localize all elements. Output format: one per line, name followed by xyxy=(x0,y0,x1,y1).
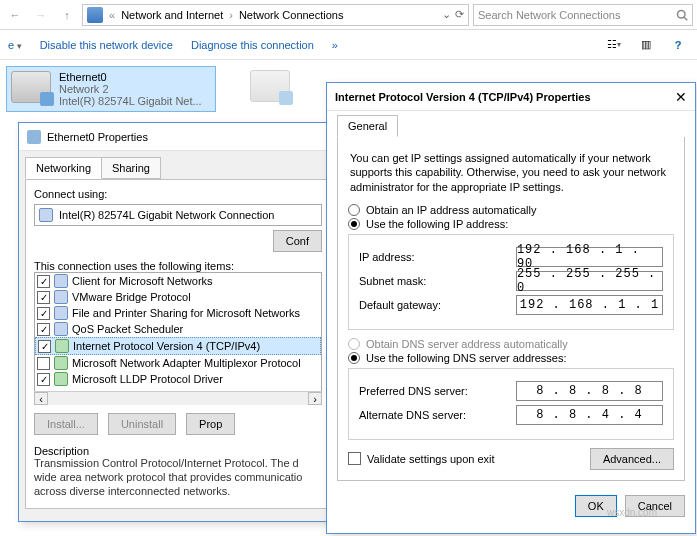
nav-back[interactable]: ← xyxy=(4,4,26,26)
location-icon xyxy=(87,7,103,23)
scroll-left-icon[interactable]: ‹ xyxy=(34,392,48,405)
component-checkbox[interactable]: ✓ xyxy=(38,340,51,353)
uninstall-button[interactable]: Uninstall xyxy=(108,413,176,435)
preview-pane-icon[interactable]: ▥ xyxy=(633,34,659,56)
svg-line-1 xyxy=(684,17,687,20)
components-listbox[interactable]: ✓Client for Microsoft Networks✓VMware Br… xyxy=(34,272,322,392)
alternate-dns-label: Alternate DNS server: xyxy=(359,409,516,421)
search-placeholder: Search Network Connections xyxy=(478,9,620,21)
ip-address-label: IP address: xyxy=(359,251,516,263)
nav-fwd[interactable]: → xyxy=(30,4,52,26)
nic-icon xyxy=(250,70,290,102)
component-item[interactable]: ✓Microsoft LLDP Protocol Driver xyxy=(35,371,321,387)
component-checkbox[interactable]: ✓ xyxy=(37,275,50,288)
svg-point-0 xyxy=(678,10,686,18)
preferred-dns-label: Preferred DNS server: xyxy=(359,385,516,397)
adapter-icon xyxy=(39,208,53,222)
close-icon[interactable]: ✕ xyxy=(675,89,687,105)
breadcrumb[interactable]: « Network and Internet › Network Connect… xyxy=(82,4,469,26)
component-item[interactable]: Microsoft Network Adapter Multiplexor Pr… xyxy=(35,355,321,371)
description-text: Transmission Control Protocol/Internet P… xyxy=(34,457,322,498)
alternate-dns-input[interactable]: 8 . 8 . 4 . 4 xyxy=(516,405,663,425)
chevron-icon: « xyxy=(109,9,115,21)
component-item[interactable]: ✓Internet Protocol Version 4 (TCP/IPv4) xyxy=(35,337,321,355)
subnet-mask-input[interactable]: 255 . 255 . 255 . 0 xyxy=(516,271,663,291)
organize-menu[interactable]: e xyxy=(6,35,24,55)
adapter-field: Intel(R) 82574L Gigabit Network Connecti… xyxy=(34,204,322,226)
component-label: Microsoft Network Adapter Multiplexor Pr… xyxy=(72,357,301,369)
component-checkbox[interactable]: ✓ xyxy=(37,291,50,304)
component-icon xyxy=(54,356,68,370)
component-checkbox[interactable]: ✓ xyxy=(37,307,50,320)
radio-obtain-ip-auto[interactable]: Obtain an IP address automatically xyxy=(348,204,674,216)
component-checkbox[interactable] xyxy=(37,357,50,370)
description-label: Description xyxy=(34,445,322,457)
advanced-button[interactable]: Advanced... xyxy=(590,448,674,470)
component-icon xyxy=(54,306,68,320)
watermark: wsxdn.com xyxy=(607,507,657,518)
tab-sharing[interactable]: Sharing xyxy=(101,157,161,179)
help-text: You can get IP settings assigned automat… xyxy=(350,151,672,194)
view-options-icon[interactable]: ☷ ▾ xyxy=(601,34,627,56)
scroll-right-icon[interactable]: › xyxy=(308,392,322,405)
component-label: VMware Bridge Protocol xyxy=(72,291,191,303)
connection-network: Network 2 xyxy=(59,83,202,95)
default-gateway-label: Default gateway: xyxy=(359,299,516,311)
nav-up[interactable]: ↑ xyxy=(56,4,78,26)
radio-use-following-dns[interactable]: Use the following DNS server addresses: xyxy=(348,352,674,364)
radio-use-following-ip[interactable]: Use the following IP address: xyxy=(348,218,674,230)
tab-general[interactable]: General xyxy=(337,115,398,137)
horizontal-scrollbar[interactable]: ‹ › xyxy=(34,391,322,405)
toolbar-overflow[interactable]: » xyxy=(330,35,340,55)
component-label: Internet Protocol Version 4 (TCP/IPv4) xyxy=(73,340,260,352)
configure-button[interactable]: Conf xyxy=(273,230,322,252)
component-item[interactable]: ✓VMware Bridge Protocol xyxy=(35,289,321,305)
search-input[interactable]: Search Network Connections xyxy=(473,4,693,26)
items-label: This connection uses the following items… xyxy=(34,260,322,272)
component-checkbox[interactable]: ✓ xyxy=(37,373,50,386)
ipv4-properties-dialog: Internet Protocol Version 4 (TCP/IPv4) P… xyxy=(326,82,696,534)
adapter-properties-dialog: Ethernet0 Properties Networking Sharing … xyxy=(18,122,338,522)
subnet-mask-label: Subnet mask: xyxy=(359,275,516,287)
component-icon xyxy=(54,290,68,304)
disable-device-button[interactable]: Disable this network device xyxy=(38,35,175,55)
dialog-title: Ethernet0 Properties xyxy=(47,131,148,143)
diagnose-button[interactable]: Diagnose this connection xyxy=(189,35,316,55)
validate-label: Validate settings upon exit xyxy=(367,453,495,465)
help-icon[interactable]: ? xyxy=(665,34,691,56)
component-checkbox[interactable]: ✓ xyxy=(37,323,50,336)
breadcrumb-drop-icon[interactable]: ⌄ xyxy=(442,8,451,21)
component-item[interactable]: ✓QoS Packet Scheduler xyxy=(35,321,321,337)
connection-item-ethernet0[interactable]: Ethernet0 Network 2 Intel(R) 82574L Giga… xyxy=(6,66,216,112)
default-gateway-input[interactable]: 192 . 168 . 1 . 1 xyxy=(516,295,663,315)
nic-small-icon xyxy=(27,130,41,144)
component-label: File and Printer Sharing for Microsoft N… xyxy=(72,307,300,319)
component-icon xyxy=(54,322,68,336)
search-icon xyxy=(676,9,688,21)
component-item[interactable]: ✓File and Printer Sharing for Microsoft … xyxy=(35,305,321,321)
component-label: Microsoft LLDP Protocol Driver xyxy=(72,373,223,385)
ip-address-input[interactable]: 192 . 168 . 1 . 90 xyxy=(516,247,663,267)
tab-networking[interactable]: Networking xyxy=(25,157,102,179)
breadcrumb-seg[interactable]: Network Connections xyxy=(239,9,344,21)
radio-obtain-dns-auto: Obtain DNS server address automatically xyxy=(348,338,674,350)
chevron-icon: › xyxy=(229,9,233,21)
component-icon xyxy=(54,274,68,288)
preferred-dns-input[interactable]: 8 . 8 . 8 . 8 xyxy=(516,381,663,401)
connection-adapter: Intel(R) 82574L Gigabit Net... xyxy=(59,95,202,107)
component-icon xyxy=(54,372,68,386)
connect-using-label: Connect using: xyxy=(34,188,322,200)
component-properties-button[interactable]: Prop xyxy=(186,413,235,435)
nic-icon xyxy=(11,71,51,103)
breadcrumb-seg[interactable]: Network and Internet xyxy=(121,9,223,21)
validate-checkbox[interactable] xyxy=(348,452,361,465)
connection-name: Ethernet0 xyxy=(59,71,202,83)
component-label: QoS Packet Scheduler xyxy=(72,323,183,335)
install-button[interactable]: Install... xyxy=(34,413,98,435)
refresh-icon[interactable]: ⟳ xyxy=(455,8,464,21)
component-icon xyxy=(55,339,69,353)
component-item[interactable]: ✓Client for Microsoft Networks xyxy=(35,273,321,289)
dialog-title: Internet Protocol Version 4 (TCP/IPv4) P… xyxy=(335,91,591,103)
component-label: Client for Microsoft Networks xyxy=(72,275,213,287)
